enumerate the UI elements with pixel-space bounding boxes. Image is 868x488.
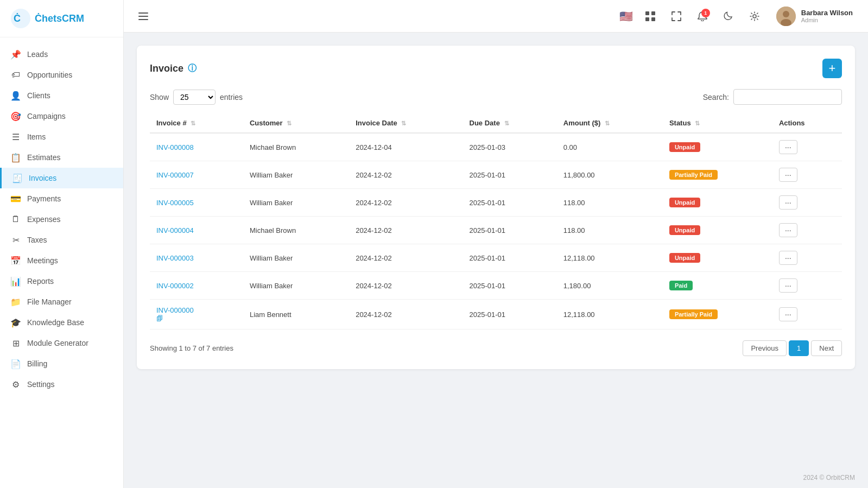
actions-button[interactable]: ··· [779, 223, 797, 237]
notification-button[interactable]: 1 [694, 8, 711, 25]
actions-button[interactable]: ··· [779, 140, 797, 154]
actions-button[interactable]: ··· [779, 278, 797, 293]
invoice-link[interactable]: INV-000007 [156, 171, 237, 179]
cell-amount: 11,800.00 [557, 161, 663, 189]
sidebar-item-opportunities[interactable]: 🏷 Opportunities [0, 65, 123, 85]
actions-button[interactable]: ··· [779, 168, 797, 182]
cell-amount: 0.00 [557, 133, 663, 161]
svg-rect-5 [645, 11, 649, 15]
sidebar-item-taxes[interactable]: ✂ Taxes [0, 230, 123, 250]
sort-icon-invoice_num[interactable]: ⇅ [191, 120, 195, 126]
cell-actions: ··· [772, 217, 842, 244]
table-header: Invoice # ⇅Customer ⇅Invoice Date ⇅Due D… [150, 113, 842, 133]
cell-invoice-num: INV-000004 [150, 217, 243, 244]
actions-button[interactable]: ··· [779, 251, 797, 265]
expenses-nav-icon: 🗒 [11, 214, 21, 224]
invoice-link[interactable]: INV-000005 [156, 199, 237, 207]
user-role: Admin [801, 17, 853, 23]
svg-rect-6 [651, 11, 655, 15]
table-row: INV-000008Michael Brown2024-12-042025-01… [150, 133, 842, 161]
page-title: Invoice [150, 63, 183, 74]
cell-invoice-num: INV-000005 [150, 189, 243, 217]
invoice-link[interactable]: INV-000004 [156, 226, 237, 235]
footer: 2024 © OrbitCRM [124, 467, 868, 488]
cell-invoice-num: INV-000000 🗐 [150, 300, 243, 329]
invoice-link[interactable]: INV-000000 [156, 306, 237, 314]
sort-icon-status[interactable]: ⇅ [695, 120, 700, 126]
search-input[interactable] [733, 89, 842, 105]
add-invoice-button[interactable]: + [822, 59, 842, 78]
svg-rect-7 [645, 17, 649, 21]
cell-actions: ··· [772, 133, 842, 161]
cell-due-date: 2025-01-01 [463, 244, 557, 272]
sidebar-item-reports[interactable]: 📊 Reports [0, 271, 123, 291]
entries-label: entries [220, 93, 243, 102]
invoice-link[interactable]: INV-000003 [156, 254, 237, 262]
campaigns-nav-icon: 🎯 [11, 111, 21, 121]
sidebar-item-label-meetings: Meetings [27, 256, 58, 265]
avatar [776, 7, 796, 26]
fullscreen-button[interactable] [668, 8, 685, 25]
next-button[interactable]: Next [811, 340, 842, 356]
grid-icon-button[interactable] [642, 8, 659, 25]
info-icon[interactable]: ⓘ [188, 63, 197, 74]
hamburger-icon [138, 12, 148, 20]
sidebar-item-invoices[interactable]: 🧾 Invoices [0, 168, 123, 188]
user-profile[interactable]: Barbara Wilson Admin [772, 4, 857, 28]
actions-button[interactable]: ··· [779, 195, 797, 210]
status-badge: Partially Paid [669, 309, 718, 319]
sort-icon-customer[interactable]: ⇅ [287, 120, 292, 126]
pagination: Previous 1 Next [743, 340, 842, 356]
sidebar-item-label-billing: Billing [27, 359, 47, 368]
cell-invoice-date: 2024-12-02 [349, 189, 462, 217]
sidebar-item-leads[interactable]: 📌 Leads [0, 44, 123, 65]
show-label: Show [150, 93, 169, 102]
sidebar-item-clients[interactable]: 👤 Clients [0, 85, 123, 106]
previous-button[interactable]: Previous [743, 340, 787, 356]
table-controls: Show 102550100 entries Search: [150, 89, 842, 105]
settings-button[interactable] [746, 8, 763, 25]
sidebar-item-label-leads: Leads [27, 50, 48, 59]
cell-status: Partially Paid [663, 300, 772, 329]
cell-status: Paid [663, 272, 772, 300]
actions-button[interactable]: ··· [779, 307, 797, 321]
entries-select[interactable]: 102550100 [173, 90, 216, 105]
svg-point-11 [783, 11, 789, 17]
menu-toggle-button[interactable] [135, 8, 152, 25]
sidebar-item-module-generator[interactable]: ⊞ Module Generator [0, 333, 123, 353]
sidebar-item-items[interactable]: ☰ Items [0, 126, 123, 147]
sidebar-logo: Ċ ĊhetsCRM [0, 0, 123, 37]
fullscreen-icon [671, 11, 681, 21]
copy-icon[interactable]: 🗐 [156, 315, 163, 322]
sort-icon-due_date[interactable]: ⇅ [504, 120, 509, 126]
sidebar-item-settings[interactable]: ⚙ Settings [0, 374, 123, 395]
sidebar-item-expenses[interactable]: 🗒 Expenses [0, 209, 123, 230]
sidebar-item-campaigns[interactable]: 🎯 Campaigns [0, 106, 123, 126]
sort-icon-amount[interactable]: ⇅ [605, 120, 610, 126]
cell-due-date: 2025-01-01 [463, 161, 557, 189]
table-footer: Showing 1 to 7 of 7 entries Previous 1 N… [150, 340, 842, 356]
status-badge: Partially Paid [669, 170, 718, 180]
sidebar-item-label-campaigns: Campaigns [27, 112, 66, 121]
page-1-button[interactable]: 1 [789, 340, 809, 356]
invoice-link[interactable]: INV-000008 [156, 143, 237, 151]
cell-status: Unpaid [663, 189, 772, 217]
sort-icon-invoice_date[interactable]: ⇅ [401, 120, 406, 126]
dark-mode-button[interactable] [720, 8, 737, 25]
sidebar-item-estimates[interactable]: 📋 Estimates [0, 147, 123, 168]
sidebar-item-label-opportunities: Opportunities [27, 71, 72, 79]
sidebar-item-payments[interactable]: 💳 Payments [0, 188, 123, 209]
invoice-link[interactable]: INV-000002 [156, 282, 237, 290]
cell-amount: 118.00 [557, 217, 663, 244]
notification-count: 1 [701, 9, 710, 17]
sidebar-item-billing[interactable]: 📄 Billing [0, 353, 123, 374]
sidebar-item-meetings[interactable]: 📅 Meetings [0, 250, 123, 271]
language-flag[interactable]: 🇺🇸 [619, 10, 633, 23]
col-header-customer: Customer ⇅ [243, 113, 349, 133]
sidebar-item-file-manager[interactable]: 📁 File Manager [0, 291, 123, 312]
col-header-invoice_num: Invoice # ⇅ [150, 113, 243, 133]
sidebar-item-knowledge-base[interactable]: 🎓 Knowledge Base [0, 312, 123, 333]
sidebar-item-label-module-generator: Module Generator [27, 339, 88, 347]
show-entries-control: Show 102550100 entries [150, 90, 243, 105]
sidebar-item-label-taxes: Taxes [27, 236, 47, 244]
